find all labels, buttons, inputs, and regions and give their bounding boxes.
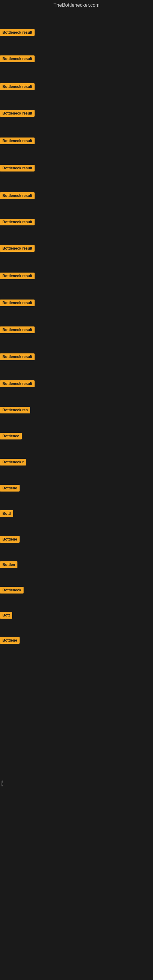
bottleneck-badge-17: Bottleneck r	[0, 459, 26, 466]
bottleneck-item-7[interactable]: Bottleneck result	[0, 192, 35, 200]
bottleneck-badge-12: Bottleneck result	[0, 326, 35, 333]
bottleneck-badge-4: Bottleneck result	[0, 110, 35, 117]
bottleneck-item-21[interactable]: Bottlen	[0, 562, 18, 569]
bottleneck-badge-15: Bottleneck res	[0, 407, 30, 414]
bottleneck-item-23[interactable]: Bott	[0, 612, 12, 620]
items-container: Bottleneck result Bottleneck result Bott…	[0, 12, 153, 976]
bottleneck-item-9[interactable]: Bottleneck result	[0, 245, 35, 253]
bottleneck-item-3[interactable]: Bottleneck result	[0, 83, 35, 91]
bottleneck-badge-23: Bott	[0, 612, 12, 619]
bottleneck-badge-1: Bottleneck result	[0, 29, 35, 36]
small-label: store	[1, 780, 4, 786]
bottleneck-badge-20: Bottlene	[0, 536, 19, 542]
bottleneck-badge-11: Bottleneck result	[0, 299, 35, 306]
bottleneck-item-24[interactable]: Bottlene	[0, 637, 19, 645]
bottleneck-badge-13: Bottleneck result	[0, 353, 35, 360]
bottleneck-badge-18: Bottlene	[0, 485, 19, 492]
bottleneck-item-15[interactable]: Bottleneck res	[0, 407, 30, 415]
bottleneck-badge-21: Bottlen	[0, 562, 18, 568]
bottleneck-badge-10: Bottleneck result	[0, 272, 35, 279]
bottleneck-item-20[interactable]: Bottlene	[0, 536, 19, 544]
bottleneck-item-10[interactable]: Bottleneck result	[0, 272, 35, 280]
bottleneck-item-18[interactable]: Bottlene	[0, 485, 19, 493]
bottleneck-badge-9: Bottleneck result	[0, 245, 35, 252]
bottleneck-badge-16: Bottlenec	[0, 433, 22, 439]
bottleneck-item-5[interactable]: Bottleneck result	[0, 137, 35, 145]
bottleneck-badge-7: Bottleneck result	[0, 192, 35, 199]
bottleneck-item-1[interactable]: Bottleneck result	[0, 29, 35, 37]
bottleneck-item-14[interactable]: Bottleneck result	[0, 380, 35, 388]
bottleneck-badge-2: Bottleneck result	[0, 56, 35, 62]
bottleneck-badge-6: Bottleneck result	[0, 165, 35, 172]
bottleneck-badge-8: Bottleneck result	[0, 219, 35, 225]
bottleneck-item-6[interactable]: Bottleneck result	[0, 165, 35, 173]
bottleneck-badge-3: Bottleneck result	[0, 83, 35, 90]
bottleneck-item-4[interactable]: Bottleneck result	[0, 110, 35, 118]
bottleneck-item-19[interactable]: Bottl	[0, 510, 13, 518]
bottleneck-badge-5: Bottleneck result	[0, 137, 35, 144]
site-title: TheBottlenecker.com	[0, 0, 153, 12]
bottleneck-badge-19: Bottl	[0, 510, 13, 517]
bottleneck-item-16[interactable]: Bottlenec	[0, 433, 22, 441]
bottleneck-item-22[interactable]: Bottleneck	[0, 587, 24, 595]
bottleneck-badge-14: Bottleneck result	[0, 380, 35, 387]
bottleneck-item-8[interactable]: Bottleneck result	[0, 219, 35, 227]
bottleneck-item-12[interactable]: Bottleneck result	[0, 326, 35, 334]
bottleneck-badge-22: Bottleneck	[0, 587, 24, 593]
bottleneck-item-11[interactable]: Bottleneck result	[0, 299, 35, 307]
bottleneck-item-17[interactable]: Bottleneck r	[0, 459, 26, 467]
bottleneck-item-13[interactable]: Bottleneck result	[0, 353, 35, 361]
bottleneck-badge-24: Bottlene	[0, 637, 19, 644]
bottleneck-item-2[interactable]: Bottleneck result	[0, 56, 35, 64]
